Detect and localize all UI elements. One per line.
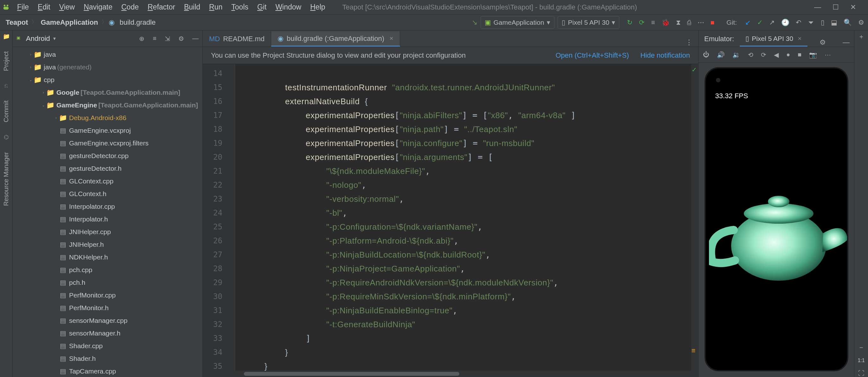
project-mode-label[interactable]: Android [26,34,50,43]
expand-icon[interactable]: › [28,52,34,57]
menu-build[interactable]: Build [180,2,205,13]
expand-icon[interactable]: › [53,116,59,120]
emulator-screen[interactable]: 33.32 FPS [705,67,848,371]
locate-button[interactable]: ⊕ [139,35,145,42]
expand-icon[interactable]: › [28,65,34,69]
tree-file[interactable]: ▤Shader.h [13,352,203,365]
back-button[interactable]: ◀ [774,51,779,59]
power-button[interactable]: ⏻ [703,51,709,58]
editor-marker-bar[interactable]: ✓ ≡ [691,64,698,371]
tree-folder[interactable]: ›📁java (generated) [13,61,203,73]
tab-build-gradle[interactable]: ◉ build.gradle (:GameApplication) ✕ [271,31,400,46]
tree-file[interactable]: ▤PerfMonitor.h [13,302,203,314]
project-icon[interactable]: 📁 [3,33,10,40]
tab-list-button[interactable]: ⋮ [680,38,698,46]
avd-manager-button[interactable]: ▯ [821,19,825,26]
device-dropdown[interactable]: ▯ Pixel 5 API 30 ▾ [558,16,620,29]
crumb-root[interactable]: Teapot [4,18,30,28]
menu-window[interactable]: Window [271,2,306,13]
rotate-left-button[interactable]: ⟲ [748,51,753,59]
tree-file[interactable]: ▤Interpolator.h [13,213,203,226]
menu-git[interactable]: Git [253,2,271,13]
emulator-settings-button[interactable]: ⚙ [815,38,830,46]
hide-panel-button[interactable]: — [192,35,198,42]
tree-file[interactable]: ▤pch.h [13,276,203,289]
resource-manager-tab[interactable]: Resource Manager [2,150,10,209]
tree-folder[interactable]: ›📁Google [Teapot.GameApplication.main] [13,86,203,99]
menu-navigate[interactable]: Navigate [79,2,117,13]
project-tab[interactable]: Project [2,49,10,73]
git-update-button[interactable]: ↙ [745,19,751,26]
menu-file[interactable]: File [13,2,33,13]
tree-folder[interactable]: ›📁Debug.Android-x86 [13,112,203,124]
overview-button[interactable]: ■ [798,51,802,58]
home-button[interactable]: ● [786,51,790,58]
profile-button[interactable]: ⧗ [676,19,681,26]
emulator-device-tab[interactable]: ▯ Pixel 5 API 30 ✕ [740,31,807,46]
hide-emulator-button[interactable]: — [838,38,854,46]
tree-file[interactable]: ▤Shader.cpp [13,340,203,352]
collapse-all-button[interactable]: ⇲ [165,35,170,42]
close-emulator-tab-button[interactable]: ✕ [798,36,802,41]
tree-file[interactable]: ▤GLContext.h [13,188,203,200]
tree-file[interactable]: ▤GameEngine.vcxproj [13,124,203,137]
menu-help[interactable]: Help [306,2,330,13]
extended-controls-button[interactable]: ⋯ [825,51,831,59]
code-editor[interactable]: testInstrumentationRunner "androidx.test… [235,64,691,371]
search-everywhere-button[interactable]: 🔍 [844,19,852,26]
project-tree[interactable]: ›📁java›📁java (generated)⌄📁cpp›📁Google [T… [13,47,203,377]
tree-folder[interactable]: ⌄📁GameEngine [Teapot.GameApplication.mai… [13,99,203,112]
zoom-in-button[interactable]: ＋ [858,32,865,41]
rotate-right-button[interactable]: ⟳ [761,51,766,59]
hide-notification-link[interactable]: Hide notification [640,51,690,60]
rerun-button[interactable]: ⟳ [639,19,645,26]
git-commit-button[interactable]: ✓ [757,19,763,26]
crumb-module[interactable]: GameApplication [39,18,100,28]
menu-refactor[interactable]: Refactor [143,2,180,13]
screenshot-button[interactable]: 📷 [809,51,817,59]
volume-down-button[interactable]: 🔉 [733,51,740,59]
expand-icon[interactable]: › [40,90,46,95]
fit-button[interactable]: ⛶ [858,370,865,377]
fold-gutter[interactable] [227,64,235,371]
attach-debugger-button[interactable]: ⎙ [687,19,691,26]
commit-icon[interactable]: ⎌ [4,82,8,89]
tree-file[interactable]: ▤sensorManager.cpp [13,314,203,327]
coverage-button[interactable]: ≡ [651,19,655,26]
volume-up-button[interactable]: 🔊 [717,51,725,59]
resource-manager-icon[interactable]: ⌬ [4,134,9,141]
menu-view[interactable]: View [55,2,79,13]
tree-folder[interactable]: ›📁java [13,48,203,61]
sdk-manager-button[interactable]: ⬓ [831,19,837,26]
more-run-button[interactable]: ⋯ [698,19,704,26]
debug-button[interactable]: 🐞 [661,19,670,26]
expand-icon[interactable]: ⌄ [40,103,46,107]
menu-tools[interactable]: Tools [227,2,253,13]
tree-file[interactable]: ▤GameEngine.vcxproj.filters [13,137,203,150]
git-history-button[interactable]: 🕘 [781,19,789,26]
tree-file[interactable]: ▤JNIHelper.h [13,238,203,251]
line-number-gutter[interactable]: 14 15 16 17 18 19 20 21 22 23 24 25 26 2… [203,64,227,371]
tree-file[interactable]: ▤NDKHelper.h [13,251,203,263]
tree-file[interactable]: ▤JNIHelper.cpp [13,226,203,238]
menu-edit[interactable]: Edit [33,2,55,13]
git-revert-button[interactable]: ↶ [796,19,802,26]
open-project-structure-link[interactable]: Open (Ctrl+Alt+Shift+S) [556,51,629,60]
tree-file[interactable]: ▤Interpolator.cpp [13,200,203,213]
zoom-ratio[interactable]: 1:1 [858,358,865,364]
tree-file[interactable]: ▤TapCamera.cpp [13,365,203,377]
hammer-icon[interactable]: ↘ [472,19,477,27]
git-push-button[interactable]: ↗ [769,19,775,26]
close-tab-button[interactable]: ✕ [389,35,394,41]
crumb-file[interactable]: build.gradle [118,18,157,28]
sync-project-button[interactable]: ⏷ [808,19,814,26]
expand-icon[interactable]: ⌄ [28,77,34,82]
structure-toc-icon[interactable]: ≡ [689,347,698,355]
run-config-dropdown[interactable]: ▣ GameApplication ▾ [480,16,554,29]
expand-all-button[interactable]: ≡ [153,35,156,42]
commit-tab[interactable]: Commit [2,98,10,125]
project-settings-button[interactable]: ⚙ [178,35,184,42]
run-button[interactable]: ↻ [627,19,632,26]
menu-code[interactable]: Code [117,2,143,13]
maximize-button[interactable]: ☐ [833,3,839,11]
